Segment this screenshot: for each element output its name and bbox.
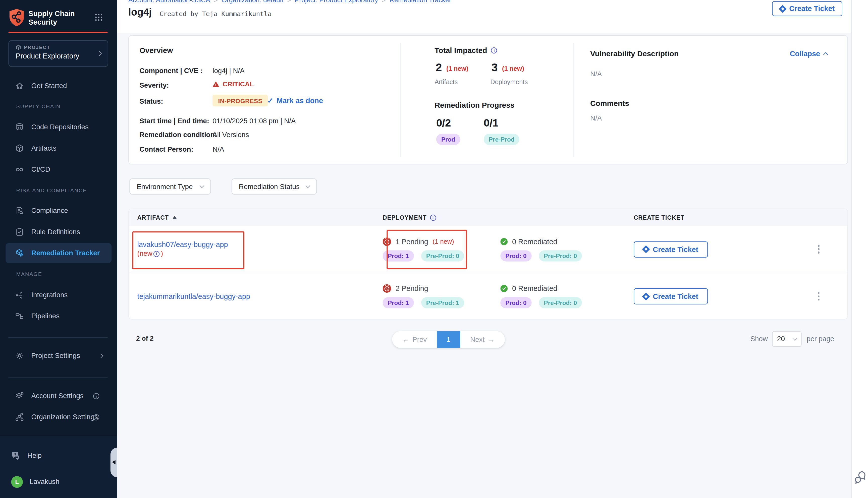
artifact-link[interactable]: tejakummarikuntla/easy-buggy-app — [137, 292, 250, 300]
sidebar-footer: ? Help L Lavakush — [0, 435, 117, 498]
create-ticket-button-header[interactable]: Create Ticket — [772, 1, 842, 16]
table-header: ARTIFACT DEPLOYMENT CREATE TICKET — [129, 209, 847, 226]
code-repository-icon — [15, 123, 24, 132]
artifact-link[interactable]: lavakush07/easy-buggy-app — [137, 240, 228, 249]
component-cve-label: Component | CVE : — [139, 67, 203, 75]
sidebar-item-integrations[interactable]: Integrations — [5, 287, 112, 303]
brand-title: Supply Chain Security — [28, 9, 75, 26]
artifacts-new-count: (1 new) — [446, 65, 468, 72]
user-menu[interactable]: L Lavakush — [5, 473, 112, 490]
artifacts-count: 2 — [436, 61, 442, 74]
project-cube-icon — [16, 45, 21, 50]
breadcrumb-organization[interactable]: Organization: default — [221, 0, 283, 4]
right-arrow-icon: → — [488, 336, 495, 343]
row-menu-kebab[interactable] — [815, 243, 822, 256]
avatar: L — [11, 476, 23, 488]
pipelines-icon — [15, 312, 24, 321]
remediation-tracker-icon — [15, 249, 24, 258]
pending-clock-icon — [383, 284, 391, 293]
apps-grid-icon[interactable] — [95, 13, 103, 21]
cube-icon — [15, 144, 24, 153]
sidebar-item-code-repositories[interactable]: Code Repositories — [5, 119, 112, 135]
time-label: Start time | End time: — [139, 117, 209, 125]
create-ticket-button-row[interactable]: Create Ticket — [634, 288, 708, 304]
collapse-button[interactable]: Collapse — [790, 50, 827, 58]
artifact-new-note: (new) — [137, 249, 163, 258]
info-icon[interactable] — [93, 393, 99, 399]
breadcrumb-account[interactable]: Account: Automation-SSCA — [128, 0, 210, 4]
comments-heading: Comments — [590, 99, 629, 107]
sidebar-item-remediation-tracker[interactable]: Remediation Tracker — [5, 243, 112, 263]
page-size-select[interactable]: 20 — [772, 331, 802, 346]
prev-page-button[interactable]: ← Prev — [392, 331, 437, 348]
main-content: Account: Automation-SSCA>Organization: d… — [117, 0, 868, 498]
prod-badge: Prod: 0 — [500, 297, 531, 308]
help-button[interactable]: ? Help — [5, 448, 112, 463]
artifacts-label: Artifacts — [435, 79, 458, 86]
time-value: 01/10/2025 01:08 pm | N/A — [212, 117, 296, 125]
prod-progress-value: 0/2 — [436, 117, 451, 129]
mark-as-done-button[interactable]: Mark as done — [267, 96, 323, 105]
check-icon — [267, 96, 273, 105]
remediation-status-filter[interactable]: Remediation Status — [232, 179, 317, 195]
create-ticket-button-row[interactable]: Create Ticket — [634, 241, 708, 257]
divider — [573, 43, 574, 157]
sidebar-item-label: Get Started — [31, 82, 67, 90]
project-selector[interactable]: PROJECT Product Exploratory — [8, 40, 108, 67]
next-page-button[interactable]: Next → — [460, 331, 505, 348]
sidebar-item-label: Artifacts — [31, 144, 56, 152]
project-label: PROJECT — [16, 45, 102, 50]
chevron-up-icon — [823, 52, 828, 57]
page-number-active[interactable]: 1 — [437, 331, 460, 348]
infinity-icon — [15, 165, 24, 174]
sidebar-item-compliance[interactable]: Compliance — [5, 203, 112, 218]
sidebar-item-artifacts[interactable]: Artifacts — [5, 141, 112, 156]
info-icon[interactable] — [154, 250, 159, 257]
support-chat-icon[interactable] — [853, 470, 868, 484]
preprod-badge: Pre-Prod: 1 — [421, 297, 464, 308]
deployments-count: 3 — [492, 61, 498, 74]
sidebar-item-pipelines[interactable]: Pipelines — [5, 308, 112, 324]
column-header-deployment: DEPLOYMENT — [383, 214, 501, 221]
pending-new-count: (1 new) — [433, 238, 454, 245]
prod-badge: Prod — [436, 134, 461, 145]
sidebar-section-manage: MANAGE — [16, 271, 42, 277]
created-by-text: Created by Teja Kummarikuntla — [159, 10, 272, 18]
sidebar-item-get-started[interactable]: Get Started — [5, 78, 112, 94]
preprod-badge: Pre-Prod: 0 — [421, 250, 464, 261]
row-menu-kebab[interactable] — [815, 290, 822, 303]
sidebar-item-label: Remediation Tracker — [31, 249, 100, 257]
preprod-badge: Pre-Prod — [484, 134, 520, 145]
help-chat-icon: ? — [11, 451, 21, 460]
prod-badge: Prod: 0 — [500, 250, 531, 261]
sidebar-collapse-handle[interactable] — [111, 448, 117, 477]
artifact-cell: tejakummarikuntla/easy-buggy-app — [129, 292, 383, 301]
integrations-icon — [15, 290, 24, 300]
preprod-progress-value: 0/1 — [484, 117, 498, 129]
pending-clock-icon — [383, 237, 391, 246]
sidebar-item-cicd[interactable]: CI/CD — [5, 162, 112, 177]
sidebar-item-account-settings[interactable]: Account Settings — [5, 388, 112, 404]
pending-status: 1 Pending (1 new) — [383, 237, 501, 246]
sidebar-item-label: Compliance — [31, 207, 68, 214]
sidebar-item-project-settings[interactable]: Project Settings — [5, 348, 112, 364]
info-icon[interactable] — [491, 48, 497, 53]
info-icon[interactable] — [93, 414, 99, 420]
per-page-label: per page — [807, 335, 834, 343]
info-icon[interactable] — [430, 214, 436, 220]
show-label: Show — [750, 335, 767, 343]
sidebar-item-rule-definitions[interactable]: Rule Definitions — [5, 224, 112, 240]
sidebar-divider — [8, 337, 107, 338]
prod-badge: Prod: 1 — [383, 250, 414, 261]
prod-badge: Prod: 1 — [383, 297, 414, 308]
sidebar: Supply Chain Security PROJECT Product Ex… — [0, 0, 117, 498]
deployment-cell: 1 Pending (1 new) Prod: 1 Pre-Prod: 0 — [383, 237, 501, 261]
overview-card: Overview Component | CVE : log4j | N/A S… — [128, 35, 848, 165]
warning-triangle-icon — [212, 81, 219, 87]
sidebar-item-organization-settings[interactable]: Organization Settings — [5, 409, 112, 425]
project-name: Product Exploratory — [16, 52, 102, 60]
breadcrumb-remediation-tracker[interactable]: Remediation Tracker — [390, 0, 451, 4]
environment-type-filter[interactable]: Environment Type — [129, 179, 211, 195]
breadcrumb-project[interactable]: Project: Product Exploratory — [295, 0, 378, 4]
column-header-artifact[interactable]: ARTIFACT — [129, 214, 383, 221]
